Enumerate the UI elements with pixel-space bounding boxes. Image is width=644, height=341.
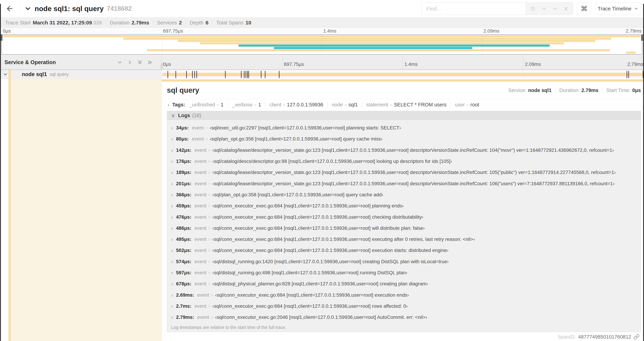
log-marker — [192, 71, 193, 78]
axis-tick-label: 2.79ms — [628, 62, 643, 67]
log-row[interactable]: ›80μs:event=‹sql/plan_opt.go:358 [nsql1,… — [167, 133, 641, 145]
expand-all-icon[interactable] — [147, 60, 153, 65]
log-row[interactable]: ›2.7ms:event=‹sql/conn_executor_exec.go:… — [167, 301, 641, 312]
expand-one-icon[interactable] — [127, 60, 133, 65]
log-timestamp: 574μs: — [176, 259, 192, 264]
log-marker — [279, 71, 280, 78]
equals-sign: = — [206, 137, 208, 142]
equals-sign: = — [208, 159, 211, 164]
minimap-right-scrubber[interactable] — [641, 35, 643, 41]
tag-item: user=root — [451, 102, 479, 108]
meta-value: 10 — [246, 20, 251, 26]
log-row[interactable]: ›201μs:event=‹sql/catalog/lease/descript… — [167, 178, 641, 189]
tag-item: _unfinished=1 — [190, 102, 224, 108]
log-row[interactable]: ›2.79ms:event=‹sql/conn_executor_exec.go… — [167, 312, 641, 323]
axis-tick: 2.09ms — [524, 55, 524, 70]
log-row[interactable]: ›574μs:event=‹sql/distsql_running.go:142… — [167, 256, 641, 267]
right-scrollbar[interactable] — [643, 4, 644, 341]
meta-label: Duration — [110, 20, 130, 26]
chevron-down-icon[interactable] — [552, 6, 558, 12]
collapse-all-icon[interactable] — [137, 60, 143, 65]
trace-minimap: 0μs697.75μs1.4ms2.09ms2.79ms — [0, 28, 644, 55]
log-timestamp: 189μs: — [176, 170, 192, 175]
meta-value: 2.79ms — [132, 20, 149, 26]
meta-value-suffix: .326 — [92, 20, 102, 26]
chevron-down-icon — [3, 72, 8, 77]
log-marker — [247, 71, 248, 78]
log-field-key: event — [194, 236, 206, 242]
detail-duration: Duration: 2.79ms — [555, 88, 598, 93]
tag-key: client — [270, 102, 281, 108]
back-button[interactable] — [0, 0, 20, 17]
log-row[interactable]: ›476μs:event=‹sql/conn_executor_exec.go:… — [167, 211, 641, 222]
log-field-value: ‹sql/conn_executor_exec.go:684 [nsql1,cl… — [212, 236, 475, 242]
chevron-right-icon: › — [171, 281, 173, 287]
column-splitter-handle[interactable] — [161, 63, 164, 69]
tag-item: _verbose=1 — [228, 102, 261, 108]
detail-card-header: sql query Service: node sql1 Duration: 2… — [167, 82, 641, 99]
axis-tick-label: 0μs — [3, 28, 11, 34]
log-timestamp: 502μs: — [176, 248, 192, 253]
log-field-value: ‹sql/conn_executor_exec.go:2046 [nsql1,c… — [215, 314, 427, 320]
chevron-up-icon[interactable] — [541, 6, 547, 12]
log-field-key: event — [194, 225, 206, 231]
equals-sign: = — [208, 170, 211, 175]
log-rows: ›34μs:event=‹sql/exec_util.go:2297 [nsql… — [167, 120, 641, 323]
span-name-cell[interactable]: node sql1 sql query — [0, 70, 162, 79]
trace-collapse-toggle[interactable] — [24, 5, 32, 12]
meta-label: Total Spans — [216, 20, 244, 26]
timeline-header: Service & Operation 0μs697.75μs1.4ms2.09… — [0, 55, 644, 70]
log-timestamp: 34μs: — [176, 125, 189, 131]
minimap-canvas[interactable] — [2, 35, 642, 55]
log-row[interactable]: ›459μs:event=‹sql/conn_executor_exec.go:… — [167, 200, 641, 211]
chevron-right-icon: › — [171, 158, 173, 164]
chevron-right-icon: › — [171, 225, 173, 231]
log-row[interactable]: ›678μs:event=‹sql/distsql_physical_plann… — [167, 278, 641, 289]
log-field-value: ‹sql/plan_opt.go:358 [nsql1,client=127.0… — [210, 136, 382, 142]
span-bar[interactable] — [162, 73, 643, 76]
target-icon[interactable] — [530, 6, 536, 12]
minimap-left-scrubber[interactable] — [1, 35, 2, 41]
detail-left-column — [0, 79, 162, 341]
axis-tick: 1.4ms — [403, 55, 403, 70]
trace-meta-item: Trace StartMarch 31 2022, 17:25:09.326 — [5, 20, 102, 26]
trace-id: 7418682 — [107, 5, 132, 12]
tag-item: client=127.0.0.1:59936 — [265, 102, 323, 108]
chevron-down-icon — [24, 5, 32, 12]
close-icon[interactable] — [563, 6, 569, 12]
find-input[interactable] — [422, 3, 526, 15]
span-service-name: node sql1 — [22, 71, 47, 78]
log-row[interactable]: ›495μs:event=‹sql/conn_executor_exec.go:… — [167, 234, 641, 245]
log-row[interactable]: ›176μs:event=‹sql/catalog/descs/descript… — [167, 156, 641, 167]
log-timestamp: 459μs: — [176, 203, 192, 209]
log-row[interactable]: ›486μs:event=‹sql/conn_executor_exec.go:… — [167, 223, 641, 234]
log-row[interactable]: ›189μs:event=‹sql/catalog/lease/descript… — [167, 167, 641, 178]
collapse-one-icon[interactable] — [117, 60, 123, 65]
keyboard-shortcuts-button[interactable]: ⌘ — [577, 3, 591, 15]
log-timestamp: 80μs: — [176, 136, 189, 142]
equals-sign: = — [208, 226, 211, 231]
tags-toggle-row[interactable]: › Tags: _unfinished=1_verbose=1client=12… — [167, 99, 641, 110]
log-row[interactable]: ›502μs:event=‹sql/conn_executor_exec.go:… — [167, 245, 641, 256]
log-marker — [265, 71, 266, 78]
axis-tick-label: 2.09ms — [484, 28, 500, 34]
detail-span-bar[interactable] — [162, 79, 644, 82]
log-marker — [627, 71, 627, 78]
axis-tick-label: 0μs — [163, 62, 171, 67]
log-row[interactable]: ›142μs:event=‹sql/catalog/lease/descript… — [167, 145, 641, 156]
equals-sign: = — [208, 248, 211, 253]
log-field-value: ‹sql/conn_executor_exec.go:684 [nsql1,cl… — [212, 303, 408, 309]
logs-toggle-row[interactable]: ∨ Logs (18) — [167, 111, 641, 120]
log-field-key: event — [192, 125, 204, 131]
log-row[interactable]: ›2.69ms:event=‹sql/conn_executor_exec.go… — [167, 289, 641, 300]
trace-view-select[interactable]: Trace Timeline — [595, 3, 641, 15]
command-key-icon: ⌘ — [581, 5, 588, 13]
log-marker — [248, 71, 249, 78]
tag-value: SELECT * FROM users — [394, 102, 446, 108]
log-row[interactable]: ›34μs:event=‹sql/exec_util.go:2297 [nsql… — [167, 122, 641, 133]
link-icon[interactable] — [634, 334, 640, 340]
span-id-value: 4877749850101760812 — [578, 334, 631, 340]
log-row[interactable]: ›597μs:event=‹sql/distsql_running.go:498… — [167, 267, 641, 278]
equals-sign: = — [208, 181, 211, 186]
log-row[interactable]: ›366μs:event=‹sql/plan_opt.go:358 [nsql1… — [167, 189, 641, 200]
